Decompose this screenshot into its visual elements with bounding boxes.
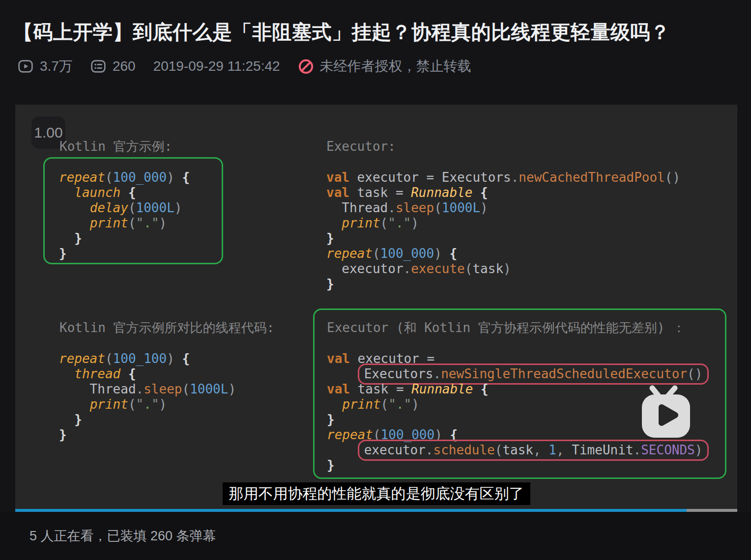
- code-line: launch {: [59, 185, 190, 200]
- code-line: }: [59, 246, 190, 261]
- view-count-label: 3.7万: [40, 57, 73, 76]
- code-line: executor.schedule(task, 1, TimeUnit.SECO…: [327, 443, 709, 458]
- no-reprint-icon: [298, 58, 314, 75]
- code-line: print("."): [59, 216, 190, 231]
- video-meta: 3.7万 260 2019-09-29 11:25:42 未经作者授权，禁止转载: [18, 57, 471, 76]
- red-highlight-capsule: executor.schedule(task, 1, TimeUnit.SECO…: [358, 440, 709, 461]
- code-line: Thread.sleep(1000L): [326, 200, 680, 216]
- code-block-executor: val executor = Executors.newCachedThread…: [326, 170, 680, 292]
- code-line: Thread.sleep(1000L): [59, 382, 236, 397]
- code-line: }: [326, 231, 680, 246]
- code-line: }: [59, 231, 190, 246]
- danmaku-count-icon: [90, 58, 106, 74]
- bilibili-tv-loading-icon: [637, 385, 696, 440]
- code-block-kotlin-sample: repeat(100_000) { launch { delay(1000L) …: [59, 170, 190, 261]
- code-line: }: [326, 277, 680, 292]
- code-line: repeat(100_000) {: [59, 170, 190, 185]
- no-reprint-label: 未经作者授权，禁止转载: [320, 57, 471, 76]
- video-title: 【码上开学】到底什么是「非阻塞式」挂起？协程真的比线程更轻量级吗？: [13, 19, 741, 46]
- code-block-thread-compare: repeat(100_100) { thread { Thread.sleep(…: [59, 351, 236, 443]
- watching-status: 5 人正在看，已装填 260 条弹幕: [29, 512, 216, 560]
- danmaku-count: 260: [90, 58, 136, 74]
- slide-header-kotlin-sample: Kotlin 官方示例:: [59, 139, 172, 154]
- code-line: val task = Runnable {: [326, 185, 680, 200]
- view-count: 3.7万: [18, 57, 73, 76]
- code-line: thread {: [59, 366, 236, 382]
- code-line: repeat(100_100) {: [59, 351, 236, 366]
- code-line: val executor = Executors.newCachedThread…: [326, 170, 680, 185]
- video-player[interactable]: 1.00 Kotlin 官方示例: repeat(100_000) { laun…: [15, 105, 737, 512]
- slide-header-executor: Executor:: [326, 139, 396, 154]
- code-line: Executors.newSingleThreadScheduledExecut…: [327, 366, 709, 382]
- code-line: }: [59, 427, 236, 443]
- publish-time: 2019-09-29 11:25:42: [153, 58, 280, 74]
- code-line: executor.execute(task): [326, 261, 680, 277]
- page: 【码上开学】到底什么是「非阻塞式」挂起？协程真的比线程更轻量级吗？ 3.7万 2…: [0, 0, 751, 560]
- code-line: delay(1000L): [59, 200, 190, 216]
- video-subtitle: 那用不用协程的性能就真的是彻底没有区别了: [223, 482, 530, 505]
- code-line: print("."): [326, 216, 680, 231]
- danmaku-toolbar: 5 人正在看，已装填 260 条弹幕 弹 弹: [0, 512, 751, 560]
- no-reprint-notice: 未经作者授权，禁止转载: [298, 57, 471, 76]
- code-line: }: [59, 412, 236, 427]
- code-line: repeat(100_000) {: [326, 246, 680, 261]
- slide-header-thread-compare: Kotlin 官方示例所对比的线程代码:: [59, 320, 274, 335]
- danmaku-count-label: 260: [113, 58, 136, 74]
- slide-header-scheduled-executor: Executor (和 Kotlin 官方协程示例代码的性能无差别) ：: [327, 320, 685, 335]
- play-count-icon: [18, 58, 33, 74]
- code-line: print("."): [59, 397, 236, 412]
